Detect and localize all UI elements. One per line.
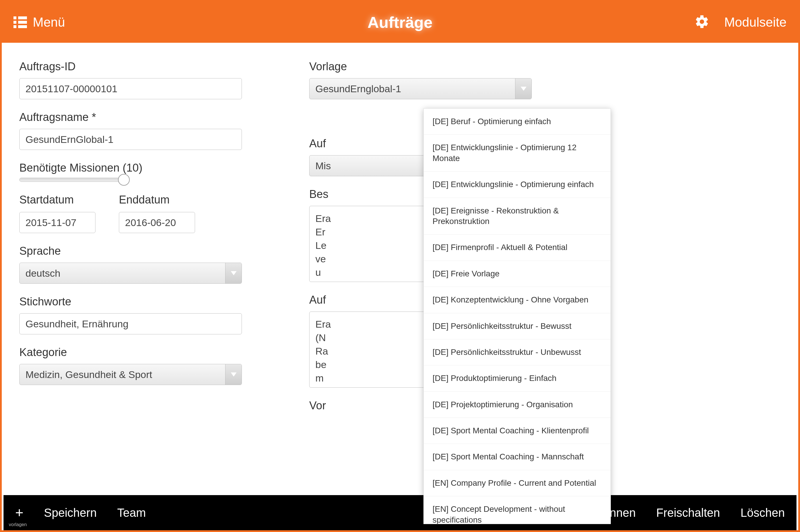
chevron-down-icon [225, 364, 242, 385]
menu-button[interactable]: Menü [14, 15, 65, 30]
vorlage-select[interactable]: GesundErnglobal-1 [309, 78, 532, 99]
watermark: vorlagen [9, 522, 27, 527]
chevron-down-icon [225, 263, 242, 283]
vorlage-label: Vorlage [309, 60, 535, 73]
freischalten-button[interactable]: Freischalten [656, 506, 720, 519]
page-title: Aufträge [367, 14, 433, 31]
dropdown-item[interactable]: [DE] Ereignisse - Rekonstruktion & Preko… [424, 198, 611, 235]
loeschen-button[interactable]: Löschen [741, 506, 785, 519]
dropdown-item[interactable]: [DE] Projektoptimierung - Organisation [424, 392, 611, 418]
page-title-wrap: Aufträge [367, 13, 433, 31]
left-column: Auftrags-ID Auftragsname * Benötigte Mis… [19, 60, 256, 495]
vorlage-value: GesundErnglobal-1 [309, 83, 515, 95]
dropdown-item[interactable]: [DE] Entwicklungslinie - Optimierung 12 … [424, 135, 611, 172]
sprache-label: Sprache [19, 245, 256, 258]
auftragsname-input[interactable] [19, 129, 242, 150]
startdatum-label: Startdatum [19, 193, 95, 206]
dropdown-item[interactable]: [DE] Konzeptentwicklung - Ohne Vorgaben [424, 287, 611, 313]
modulseite-link[interactable]: Modulseite [724, 15, 786, 30]
dropdown-item[interactable]: [DE] Beruf - Optimierung einfach [424, 109, 611, 135]
missionen-label: Benötigte Missionen (10) [19, 162, 256, 174]
dropdown-item[interactable]: [DE] Persönlichkeitsstruktur - Unbewusst [424, 339, 611, 365]
dropdown-item[interactable]: [DE] Entwicklungslinie - Optimierung ein… [424, 172, 611, 197]
auftrags-id-input[interactable] [19, 78, 242, 99]
enddatum-label: Enddatum [119, 193, 195, 206]
stichworte-input[interactable] [19, 313, 242, 335]
dropdown-item[interactable]: [EN] Company Profile - Current and Poten… [424, 470, 611, 496]
plus-icon[interactable]: + [15, 506, 23, 520]
team-button[interactable]: Team [117, 506, 146, 519]
auftragsname-label: Auftragsname * [19, 111, 256, 124]
stichworte-label: Stichworte [19, 296, 256, 308]
vorlage-dropdown-list: [DE] Beruf - Optimierung einfach [DE] En… [423, 108, 611, 524]
startdatum-input[interactable] [19, 212, 95, 233]
header-bar: Menü Aufträge Modulseite [2, 2, 798, 43]
kategorie-label: Kategorie [19, 346, 256, 359]
footer-bar: + Speichern Team eginnen Freischalten Lö… [3, 495, 797, 530]
missionen-slider[interactable] [19, 178, 125, 182]
sprache-value: deutsch [20, 268, 225, 279]
menu-label: Menü [33, 15, 65, 30]
kategorie-select[interactable]: Medizin, Gesundheit & Sport [19, 364, 242, 385]
menu-icon [14, 16, 27, 28]
dropdown-item[interactable]: [DE] Sport Mental Coaching - Klientenpro… [424, 418, 611, 444]
dropdown-item[interactable]: [EN] Concept Development - without speci… [424, 496, 611, 524]
enddatum-input[interactable] [119, 212, 195, 233]
dropdown-item[interactable]: [DE] Persönlichkeitsstruktur - Bewusst [424, 313, 611, 339]
dropdown-item[interactable]: [DE] Firmenprofil - Aktuell & Potential [424, 234, 611, 261]
kategorie-value: Medizin, Gesundheit & Sport [20, 369, 225, 380]
auftrags-id-label: Auftrags-ID [19, 60, 256, 73]
dropdown-item[interactable]: [DE] Produktoptimierung - Einfach [424, 365, 611, 392]
sprache-select[interactable]: deutsch [19, 263, 242, 284]
chevron-down-icon [515, 78, 532, 99]
slider-thumb[interactable] [118, 174, 130, 186]
dropdown-item[interactable]: [DE] Sport Mental Coaching - Mannschaft [424, 444, 611, 470]
speichern-button[interactable]: Speichern [44, 506, 97, 519]
gear-icon[interactable] [694, 14, 709, 31]
dropdown-item[interactable]: [DE] Freie Vorlage [424, 261, 611, 287]
